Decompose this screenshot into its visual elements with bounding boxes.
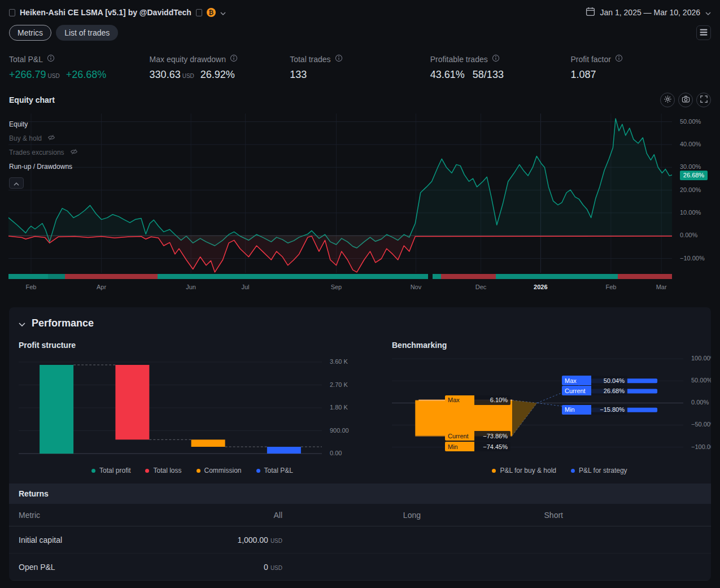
legend-label: Total P&L	[264, 467, 293, 474]
orange-dot-icon	[197, 469, 200, 473]
tabs-bar: Metrics List of trades	[0, 18, 720, 41]
stat-value: +266.79	[9, 69, 46, 81]
y-axis-tick: 50.00%	[680, 118, 701, 125]
strip-segment	[158, 274, 427, 279]
legend-runup-drawdowns[interactable]: Run-up / Drawdowns	[9, 159, 78, 173]
benchmark-chip: Current26.68%	[562, 386, 627, 395]
chip-label: Max	[445, 395, 474, 405]
y-axis-tick: 10.00%	[680, 209, 701, 216]
settings-button[interactable]	[660, 93, 675, 107]
legend-label: Run-up / Drawdowns	[9, 163, 72, 171]
info-icon[interactable]	[47, 54, 55, 64]
legend-total-loss[interactable]: Total loss	[145, 467, 181, 474]
eye-off-icon[interactable]	[70, 149, 78, 156]
info-icon[interactable]	[615, 54, 623, 64]
legend-label: Commission	[204, 467, 242, 474]
benchmark-y-axis: 100.00%50.00%0.00%−50.00%−100.00%	[683, 357, 711, 456]
chip-label: Max	[562, 376, 591, 385]
benchmarking-chart[interactable]: Max6.10%Current−73.86%Min−74.45%Max50.04…	[392, 357, 683, 456]
red-dot-icon	[145, 469, 149, 473]
strip-segment	[65, 274, 158, 279]
stat-value: 133	[290, 69, 307, 81]
legend-label: Trades excursions	[9, 149, 64, 156]
strategy-title-group[interactable]: Heiken-Ashi CE LSMA [v5.1] by @DaviddTec…	[9, 8, 226, 17]
strip-segment	[48, 274, 64, 279]
y-axis-tick: 40.00%	[680, 141, 701, 147]
snapshot-button[interactable]	[678, 93, 693, 107]
profit-structure-chart[interactable]	[19, 357, 322, 456]
orange-dot-icon	[492, 469, 496, 473]
x-axis-tick: Apr	[97, 284, 106, 290]
collapse-legend-button[interactable]	[9, 177, 24, 189]
legend-pnl-buy-hold[interactable]: P&L for buy & hold	[492, 467, 556, 474]
benchmarking-legend: P&L for buy & hold P&L for strategy	[392, 465, 711, 476]
y-axis-labels[interactable]: 26.68% 50.00%40.00%30.00%20.00%10.00%0.0…	[672, 114, 720, 293]
tab-list-of-trades[interactable]: List of trades	[56, 25, 118, 41]
fullscreen-icon	[700, 95, 708, 105]
stat-label: Total trades	[290, 55, 330, 64]
stat-value: 1.087	[570, 69, 596, 81]
tab-metrics[interactable]: Metrics	[9, 25, 51, 41]
top-bar: Heiken-Ashi CE LSMA [v5.1] by @DaviddTec…	[0, 0, 720, 18]
date-range-picker[interactable]: Jan 1, 2025 — Mar 10, 2026	[586, 7, 711, 18]
y-axis-tick: −50.00%	[691, 421, 711, 428]
info-icon[interactable]	[492, 54, 500, 64]
y-axis-tick: 1.80 K	[330, 404, 348, 411]
benchmarking-title: Benchmarking	[392, 341, 711, 350]
equity-chart-area: Equity Buy & hold Trades excursions Run-…	[0, 107, 720, 293]
equity-chart-legend: Equity Buy & hold Trades excursions Run-…	[9, 117, 78, 189]
chip-value: −15.80%	[591, 405, 627, 415]
stat-value: 330.63	[150, 69, 181, 81]
stat-max-drawdown: Max equity drawdown 330.63USD26.92%	[150, 54, 290, 81]
profit-structure-block: Profit structure 3.60 K2.70 K1.80 K900.0…	[19, 341, 366, 476]
teal-dot-icon	[91, 469, 95, 473]
y-axis-tick: 100.00%	[691, 355, 711, 361]
legend-trades-excursions[interactable]: Trades excursions	[9, 145, 78, 159]
legend-total-profit[interactable]: Total profit	[91, 467, 130, 474]
profit-structure-svg	[19, 357, 322, 456]
legend-pnl-strategy[interactable]: P&L for strategy	[571, 467, 627, 474]
equity-chart-canvas[interactable]: Equity Buy & hold Trades excursions Run-…	[8, 114, 672, 293]
y-axis-tick: 0.00%	[691, 399, 709, 406]
equity-chart-title: Equity chart	[9, 95, 55, 104]
eye-off-icon[interactable]	[47, 134, 55, 142]
benchmark-chip: Current−73.86%	[445, 431, 510, 441]
legend-total-pnl[interactable]: Total P&L	[256, 467, 293, 474]
returns-table-header: Metric All Long Short	[9, 504, 711, 526]
stat-label: Profitable trades	[430, 55, 488, 64]
stat-label: Profit factor	[570, 55, 611, 64]
chip-value: 50.04%	[591, 376, 627, 385]
layout-list-button[interactable]	[696, 25, 711, 40]
benchmark-chip: Min−15.80%	[562, 405, 627, 415]
row-unit: USD	[270, 565, 282, 571]
performance-card: Performance Profit structure 3.60 K2.70 …	[9, 307, 711, 581]
y-axis-tick: −10.00%	[680, 255, 705, 262]
legend-label: Equity	[9, 120, 28, 128]
x-axis-tick: Mar	[656, 284, 667, 290]
legend-equity[interactable]: Equity	[9, 117, 78, 131]
y-axis-tick: −100.00%	[691, 443, 711, 450]
col-all: All	[211, 511, 282, 520]
fullscreen-button[interactable]	[696, 93, 711, 107]
chip-label: Min	[562, 405, 591, 415]
strip-segment	[8, 274, 48, 279]
camera-icon	[682, 95, 690, 105]
info-icon[interactable]	[230, 54, 238, 64]
info-icon[interactable]	[335, 54, 343, 64]
returns-section-header: Returns	[9, 484, 711, 504]
x-axis-tick: Jun	[186, 284, 196, 290]
blue-dot-icon	[571, 469, 575, 473]
performance-section-header[interactable]: Performance	[9, 307, 711, 332]
legend-buy-and-hold[interactable]: Buy & hold	[9, 131, 78, 145]
list-icon	[700, 28, 708, 38]
chip-value: 26.68%	[591, 386, 627, 395]
legend-label: Total loss	[153, 467, 181, 474]
equity-chart-svg	[8, 114, 672, 273]
legend-commission[interactable]: Commission	[197, 467, 242, 474]
performance-title: Performance	[32, 317, 94, 329]
table-row: Initial capital 1,000.00USD	[9, 526, 711, 554]
x-axis-tick: Feb	[25, 284, 36, 290]
stats-row: Total P&L +266.79USD+26.68% Max equity d…	[0, 41, 720, 81]
profit-y-axis: 3.60 K2.70 K1.80 K900.000.00	[322, 357, 366, 456]
y-axis-tick: 900.00	[330, 427, 349, 434]
